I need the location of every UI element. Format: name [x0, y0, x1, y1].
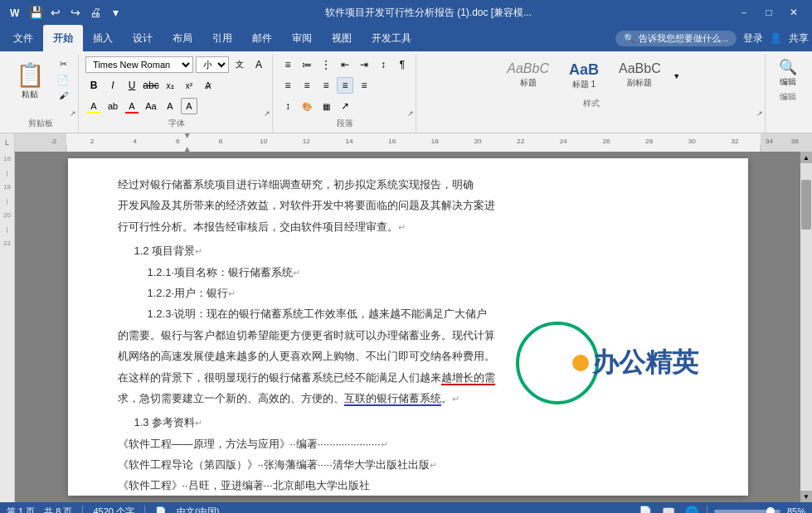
svg-text:W: W [10, 7, 20, 19]
custom-quick-access-button[interactable]: ▾ [106, 3, 124, 22]
scrollbar-down-button[interactable]: ▼ [800, 491, 812, 502]
copy-button[interactable]: 📄 [53, 72, 73, 87]
strikethrough-button[interactable]: abc [143, 77, 159, 94]
share-icon: 👤 [770, 32, 782, 44]
login-label[interactable]: 登录 [743, 31, 763, 46]
tab-mail[interactable]: 邮件 [242, 25, 282, 51]
read-view-button[interactable]: 📖 [660, 506, 677, 514]
format-painter-button[interactable]: 🖌 [53, 88, 73, 103]
scrollbar-track [800, 163, 812, 491]
paste-button[interactable]: 📋 粘贴 [8, 56, 51, 104]
print-view-button[interactable]: 📄 [637, 506, 654, 514]
svg-text:10: 10 [260, 138, 268, 145]
font-group: Times New Roman 小四 文 A B I U abc x₂ x² A… [80, 55, 273, 133]
scrollbar-up-button[interactable]: ▲ [800, 152, 812, 163]
doc-para-121: 1.2.1·项目名称：银行储蓄系统↵ [118, 263, 698, 282]
tab-home[interactable]: 开始 [43, 25, 83, 51]
svg-text:12: 12 [303, 138, 311, 145]
tab-view[interactable]: 视图 [322, 25, 362, 51]
maximize-button[interactable]: □ [757, 4, 780, 21]
tab-insert[interactable]: 插入 [83, 25, 123, 51]
cut-button[interactable]: ✂ [53, 56, 73, 71]
scrollbar-thumb[interactable] [801, 180, 811, 230]
numbering-button[interactable]: ≔ [299, 56, 315, 73]
styles-expand-icon[interactable]: ↗ [756, 109, 763, 118]
doc-para-123-2: 的需要。银行与客户都迫切希望能更方便更省时就可以办理储蓄业务。现代计算 [118, 326, 698, 345]
char-border-button[interactable]: A [181, 98, 197, 114]
line-num-20: 20 [3, 211, 11, 219]
search-placeholder: 告诉我您想要做什么... [639, 32, 728, 45]
font-expand-icon[interactable]: ↗ [264, 109, 270, 118]
increase-indent-button[interactable]: ⇥ [356, 56, 372, 73]
align-right-button[interactable]: ≡ [318, 77, 334, 94]
font-size-select[interactable]: 小四 [196, 56, 229, 73]
char-shading-button[interactable]: A [162, 98, 178, 114]
aa-btn[interactable]: Aa [143, 98, 159, 114]
search-box[interactable]: 🔍 告诉我您想要做什么... [615, 31, 737, 46]
undo-button[interactable]: ↩ [46, 3, 65, 22]
zoom-thumb[interactable] [766, 507, 775, 513]
underline-button[interactable]: U [124, 77, 140, 94]
share-label[interactable]: 共享 [789, 31, 809, 46]
align-left-button[interactable]: ≡ [280, 77, 296, 94]
font-name-select[interactable]: Times New Roman [85, 56, 193, 73]
shading-button[interactable]: 🎨 [299, 98, 315, 114]
ribbon-tabs: 文件 开始 插入 设计 布局 引用 邮件 审阅 视图 开发工具 🔍 告诉我您想要… [0, 25, 812, 51]
doc-para-123-1: 1.2.3·说明：现在的银行储蓄系统工作效率低，越来越不能满足广大储户 [118, 304, 698, 323]
ruler-area: L -2 2 4 6 8 10 12 14 16 18 20 22 24 26 [0, 133, 812, 152]
show-marks-button[interactable]: ¶ [394, 56, 411, 73]
text-color-button[interactable]: A [124, 98, 140, 114]
web-view-button[interactable]: 🌐 [683, 506, 700, 514]
line-spacing-button[interactable]: ↕ [280, 98, 296, 114]
save-button[interactable]: 💾 [27, 3, 45, 22]
highlight-button[interactable]: ab [105, 98, 121, 114]
doc-para-2: 开发风险及其所带来的经济效益，对软件开发中将要面临的问题及其解决方案进 [118, 196, 698, 215]
font-color-button[interactable]: A [85, 98, 102, 114]
italic-button[interactable]: I [105, 77, 121, 94]
redo-button[interactable]: ↪ [66, 3, 85, 22]
bullets-button[interactable]: ≡ [280, 56, 296, 73]
style-biaoti1[interactable]: AaB 标题 1 [559, 60, 609, 93]
distributed-button[interactable]: ≡ [356, 77, 372, 94]
subscript-button[interactable]: x₂ [162, 77, 178, 94]
edit-button[interactable]: 🔍 编辑 [771, 56, 805, 90]
style-fubiaoti[interactable]: AaBbC 副标题 [612, 60, 668, 93]
style-biaoti[interactable]: AaBbC 标题 [500, 60, 556, 93]
svg-text:18: 18 [431, 138, 440, 145]
edit-label: 编辑 [780, 76, 796, 88]
multilevel-list-button[interactable]: ⋮ [318, 56, 334, 73]
tab-review[interactable]: 审阅 [282, 25, 322, 51]
doc-scroll-area[interactable]: 办公精英 经过对银行储蓄系统项目进行详细调查研究，初步拟定系统实现报告，明确 开… [15, 152, 800, 502]
print-button[interactable]: 🖨 [86, 3, 105, 22]
line-num-19: | [6, 197, 7, 205]
tab-references[interactable]: 引用 [202, 25, 242, 51]
clipboard-expand-icon[interactable]: ↗ [70, 109, 76, 118]
doc-para-123-5: 求，急切需要建立一个新的、高效的、方便的、互联的银行储蓄系统。↵ [118, 389, 698, 408]
para-expand-icon[interactable]: ↗ [407, 109, 414, 118]
tab-file[interactable]: 文件 [3, 25, 43, 51]
doc-para-3: 行可行性分析。本报告经审核后，交由软件项目经理审查。↵ [118, 217, 698, 236]
borders-button[interactable]: ▦ [318, 98, 334, 114]
bold-button[interactable]: B [85, 77, 102, 94]
svg-text:-2: -2 [51, 138, 57, 145]
tab-layout[interactable]: 布局 [163, 25, 202, 51]
tab-design[interactable]: 设计 [123, 25, 163, 51]
font-wen-btn[interactable]: 文 [231, 56, 248, 73]
clear-format-button[interactable]: A̷ [200, 77, 216, 94]
para-expand-button[interactable]: ↗ [337, 98, 353, 114]
styles-scroll-down[interactable]: ▼ [671, 68, 683, 85]
superscript-button[interactable]: x² [181, 77, 197, 94]
zoom-level: 85% [787, 506, 805, 513]
close-button[interactable]: ✕ [782, 4, 805, 21]
align-center-button[interactable]: ≡ [299, 77, 315, 94]
font-a-btn[interactable]: A [250, 56, 267, 73]
sort-button[interactable]: ↕ [375, 56, 391, 73]
tab-developer[interactable]: 开发工具 [362, 25, 421, 51]
document-page[interactable]: 办公精英 经过对银行储蓄系统项目进行详细调查研究，初步拟定系统实现报告，明确 开… [68, 158, 748, 496]
minimize-button[interactable]: － [732, 4, 756, 21]
decrease-indent-button[interactable]: ⇤ [337, 56, 353, 73]
justify-button[interactable]: ≡ [337, 77, 353, 94]
zoom-slider[interactable] [714, 510, 780, 513]
ruler-corner[interactable]: L [0, 133, 15, 152]
word-icon: W [7, 4, 23, 21]
